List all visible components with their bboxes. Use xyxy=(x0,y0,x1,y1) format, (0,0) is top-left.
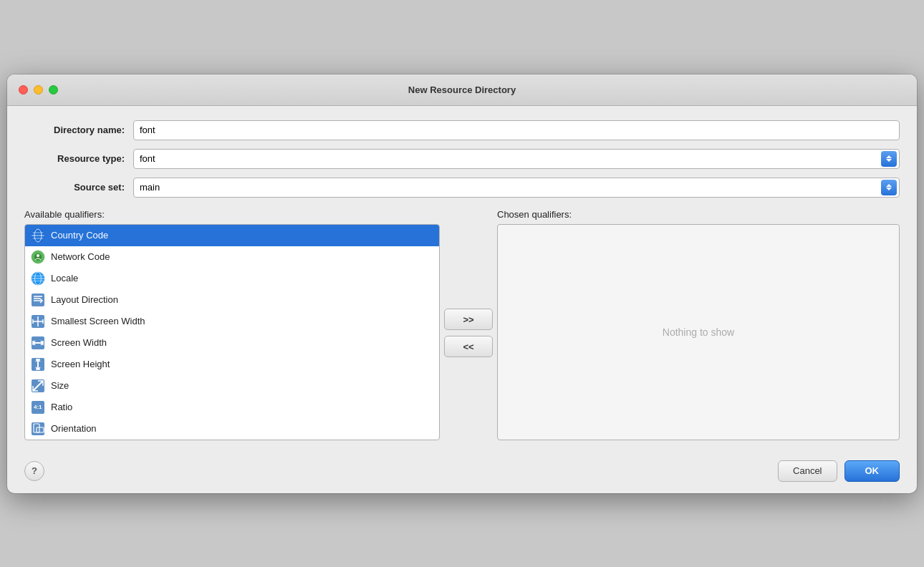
resource-type-label: Resource type: xyxy=(24,153,125,164)
chosen-qualifiers-panel: Chosen qualifiers: Nothing to show xyxy=(497,209,900,440)
network-code-icon xyxy=(31,250,45,264)
ok-button[interactable]: OK xyxy=(844,460,900,482)
list-item[interactable]: Size xyxy=(25,375,439,397)
svg-rect-13 xyxy=(32,294,44,306)
add-qualifier-button[interactable]: >> xyxy=(444,309,493,330)
list-item[interactable]: Network Code xyxy=(25,246,439,268)
directory-name-label: Directory name: xyxy=(24,125,125,135)
svg-text:4:1: 4:1 xyxy=(34,404,42,410)
country-code-icon xyxy=(31,228,45,243)
dialog-title: New Resource Directory xyxy=(408,84,516,95)
ratio-icon: 4:1 xyxy=(31,400,45,415)
list-item[interactable]: Screen Width xyxy=(25,332,439,354)
orientation-icon xyxy=(31,422,45,436)
nothing-to-show-label: Nothing to show xyxy=(663,326,734,338)
chosen-qualifiers-label: Chosen qualifiers: xyxy=(497,209,900,220)
size-icon xyxy=(31,379,45,393)
available-qualifiers-panel: Available qualifiers: xyxy=(24,209,440,440)
list-item[interactable]: Country Code xyxy=(25,225,439,246)
resource-type-select-wrapper: font drawable layout menu mipmap raw val… xyxy=(133,149,900,169)
transfer-buttons-panel: >> << xyxy=(440,209,497,440)
svg-point-7 xyxy=(37,254,39,257)
screen-height-icon xyxy=(31,357,45,372)
directory-name-input[interactable] xyxy=(133,120,900,140)
layout-direction-icon xyxy=(31,293,45,307)
list-item-label: Network Code xyxy=(51,251,110,262)
source-set-select[interactable]: main debug release xyxy=(133,178,900,198)
source-set-row: Source set: main debug release xyxy=(24,178,900,198)
list-item-label: Screen Width xyxy=(51,337,107,348)
dialog-footer: ? Cancel OK xyxy=(7,452,917,493)
list-item[interactable]: Screen Height xyxy=(25,354,439,375)
list-item[interactable]: Layout Direction xyxy=(25,289,439,311)
list-item[interactable]: Locale xyxy=(25,268,439,289)
resource-type-select[interactable]: font drawable layout menu mipmap raw val… xyxy=(133,149,900,169)
dialog-body: Directory name: Resource type: font draw… xyxy=(7,106,917,452)
qualifiers-container: Available qualifiers: xyxy=(24,209,900,440)
locale-icon xyxy=(31,271,45,286)
list-item-label: Country Code xyxy=(51,230,108,241)
source-set-label: Source set: xyxy=(24,182,125,193)
list-item-label: Screen Height xyxy=(51,359,110,369)
available-qualifiers-label: Available qualifiers: xyxy=(24,209,440,220)
directory-name-row: Directory name: xyxy=(24,120,900,140)
source-set-select-wrapper: main debug release xyxy=(133,178,900,198)
list-item-label: Orientation xyxy=(51,423,97,434)
list-item[interactable]: Orientation xyxy=(25,418,439,440)
traffic-lights xyxy=(19,85,58,94)
minimize-button[interactable] xyxy=(34,85,43,94)
new-resource-directory-dialog: New Resource Directory Directory name: R… xyxy=(7,74,917,493)
available-qualifiers-list[interactable]: Country Code Network Code xyxy=(24,224,440,440)
maximize-button[interactable] xyxy=(49,85,58,94)
resource-type-row: Resource type: font drawable layout menu… xyxy=(24,149,900,169)
list-item-label: Ratio xyxy=(51,402,72,412)
remove-qualifier-button[interactable]: << xyxy=(444,336,493,357)
smallest-screen-width-icon xyxy=(31,314,45,329)
screen-width-icon xyxy=(31,336,45,350)
list-item[interactable]: 4:1 Ratio xyxy=(25,397,439,418)
chosen-qualifiers-list: Nothing to show xyxy=(497,224,900,440)
list-item-label: Locale xyxy=(51,273,78,284)
footer-actions: Cancel OK xyxy=(778,460,900,482)
cancel-button[interactable]: Cancel xyxy=(778,460,837,482)
list-item-label: Layout Direction xyxy=(51,294,118,305)
help-button[interactable]: ? xyxy=(24,461,44,481)
list-item-label: Smallest Screen Width xyxy=(51,316,145,326)
list-item-label: Size xyxy=(51,380,69,391)
close-button[interactable] xyxy=(19,85,28,94)
title-bar: New Resource Directory xyxy=(7,74,917,106)
list-item[interactable]: Smallest Screen Width xyxy=(25,311,439,332)
